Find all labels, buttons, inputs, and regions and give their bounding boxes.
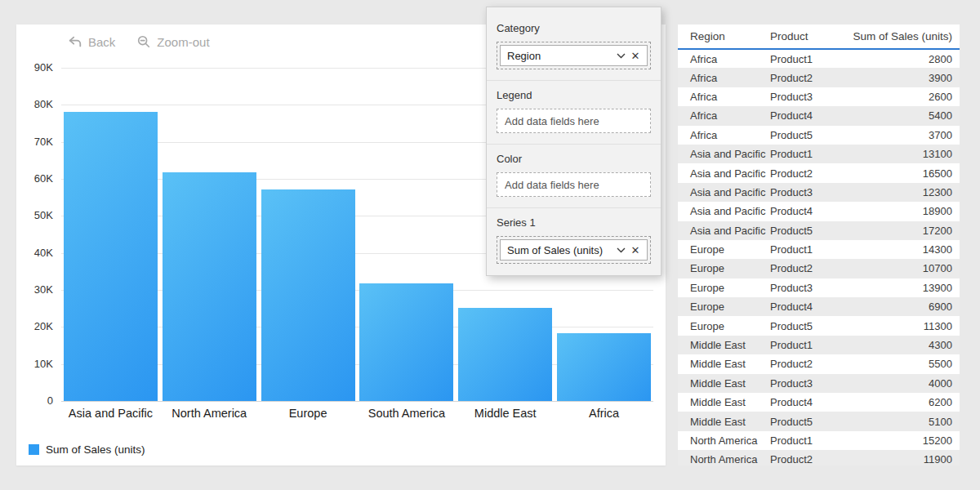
sales-cell: 15200 xyxy=(848,431,960,450)
product-cell: Product3 xyxy=(770,87,848,106)
field-panel: Category Region ✕ Legend Add data fields… xyxy=(486,7,662,276)
sales-cell: 4000 xyxy=(848,374,960,393)
region-cell: Asia and Pacific xyxy=(678,221,770,240)
column-header-product: Product xyxy=(770,24,848,49)
product-cell: Product3 xyxy=(770,183,848,202)
table-row: Middle EastProduct55100 xyxy=(678,412,960,430)
table-row: Asia and PacificProduct312300 xyxy=(678,183,960,202)
table-row: North AmericaProduct211900 xyxy=(678,450,960,466)
sales-cell: 5100 xyxy=(848,412,960,430)
sales-cell: 3900 xyxy=(848,68,960,87)
sales-cell: 6900 xyxy=(848,297,960,316)
series-drop-zone[interactable]: Sum of Sales (units) ✕ xyxy=(497,236,651,264)
sales-cell: 6200 xyxy=(848,393,960,412)
table-row: Middle EastProduct46200 xyxy=(678,393,960,412)
product-cell: Product1 xyxy=(770,431,848,450)
y-axis-tick-label: 0 xyxy=(16,394,53,408)
sales-cell: 2800 xyxy=(848,49,960,68)
column-header-sales: Sum of Sales (units) xyxy=(848,24,960,49)
region-cell: Middle East xyxy=(678,412,770,430)
panel-divider xyxy=(487,80,661,81)
table-row: AfricaProduct53700 xyxy=(678,126,960,145)
category-value: Region xyxy=(507,50,612,62)
region-cell: Asia and Pacific xyxy=(678,145,770,163)
region-cell: Europe xyxy=(678,240,770,259)
y-axis-tick-label: 60K xyxy=(16,172,53,185)
zoom-out-button[interactable]: Zoom-out xyxy=(136,34,209,49)
product-cell: Product3 xyxy=(770,374,848,393)
sales-cell: 5500 xyxy=(848,354,960,373)
bar-south-america[interactable] xyxy=(359,283,453,401)
table-row: AfricaProduct45400 xyxy=(678,106,960,125)
x-axis-category-label: Middle East xyxy=(456,407,555,420)
product-cell: Product1 xyxy=(770,49,848,68)
table-row: EuropeProduct511300 xyxy=(678,316,960,335)
chevron-down-icon[interactable] xyxy=(612,53,629,59)
remove-category-icon[interactable]: ✕ xyxy=(629,50,642,62)
sales-cell: 16500 xyxy=(848,163,960,182)
category-drop-zone[interactable]: Region ✕ xyxy=(497,42,651,69)
product-cell: Product2 xyxy=(770,259,848,278)
table-row: EuropeProduct46900 xyxy=(678,297,960,316)
region-cell: Asia and Pacific xyxy=(678,163,770,182)
legend-swatch xyxy=(29,444,39,455)
region-cell: Asia and Pacific xyxy=(678,202,770,220)
bar-north-america[interactable] xyxy=(163,172,256,401)
back-label: Back xyxy=(88,35,115,49)
color-drop-zone[interactable]: Add data fields here xyxy=(497,172,651,197)
chart-legend: Sum of Sales (units) xyxy=(29,443,145,456)
product-cell: Product4 xyxy=(770,393,848,412)
bar-middle-east[interactable] xyxy=(458,308,552,401)
region-cell: Africa xyxy=(678,106,770,125)
region-cell: Middle East xyxy=(678,374,770,393)
series-dropdown[interactable]: Sum of Sales (units) ✕ xyxy=(500,239,648,261)
sales-cell: 3700 xyxy=(848,126,960,145)
series-label: Series 1 xyxy=(497,216,651,229)
bar-africa[interactable] xyxy=(557,333,651,401)
table-row: EuropeProduct210700 xyxy=(678,259,960,278)
table-row: Asia and PacificProduct517200 xyxy=(678,221,960,240)
legend-drop-zone[interactable]: Add data fields here xyxy=(497,109,651,133)
product-cell: Product1 xyxy=(770,145,848,163)
region-cell: Middle East xyxy=(678,354,770,373)
region-cell: Africa xyxy=(678,49,770,68)
x-axis-category-label: Europe xyxy=(259,407,358,420)
back-button[interactable]: Back xyxy=(68,34,115,49)
product-cell: Product3 xyxy=(770,278,848,297)
remove-series-icon[interactable]: ✕ xyxy=(629,244,642,256)
x-axis-category-label: South America xyxy=(358,407,457,420)
product-cell: Product4 xyxy=(770,106,848,125)
product-cell: Product5 xyxy=(770,412,848,430)
product-cell: Product5 xyxy=(770,221,848,240)
table-row: Middle EastProduct25500 xyxy=(678,354,960,373)
region-cell: Europe xyxy=(678,297,770,316)
table-row: Asia and PacificProduct113100 xyxy=(678,145,960,163)
product-cell: Product2 xyxy=(770,450,848,466)
column-header-region: Region xyxy=(678,24,770,49)
table-header-row: Region Product Sum of Sales (units) xyxy=(678,24,960,49)
chevron-down-icon[interactable] xyxy=(612,247,629,253)
sales-cell: 5400 xyxy=(848,106,960,125)
category-label: Category xyxy=(497,22,651,34)
x-axis-category-label: Asia and Pacific xyxy=(61,407,160,420)
sales-cell: 13900 xyxy=(848,278,960,297)
data-table-panel: Region Product Sum of Sales (units) Afri… xyxy=(678,24,960,466)
region-cell: North America xyxy=(678,450,770,466)
sales-cell: 13100 xyxy=(848,145,960,163)
table-row: AfricaProduct23900 xyxy=(678,68,960,87)
bar-asia-and-pacific[interactable] xyxy=(64,112,158,401)
x-axis-line xyxy=(61,401,653,402)
color-placeholder: Add data fields here xyxy=(505,179,599,191)
table-row: Middle EastProduct14300 xyxy=(678,336,960,354)
legend-label: Sum of Sales (units) xyxy=(46,443,145,456)
region-cell: Middle East xyxy=(678,393,770,412)
region-cell: Asia and Pacific xyxy=(678,183,770,202)
sales-cell: 17200 xyxy=(848,221,960,240)
back-icon xyxy=(68,34,82,49)
category-dropdown[interactable]: Region ✕ xyxy=(500,45,648,66)
bar-europe[interactable] xyxy=(261,189,355,401)
product-cell: Product4 xyxy=(770,202,848,220)
table-row: North AmericaProduct115200 xyxy=(678,431,960,450)
zoom-out-icon xyxy=(136,34,151,49)
sales-cell: 18900 xyxy=(848,202,960,220)
